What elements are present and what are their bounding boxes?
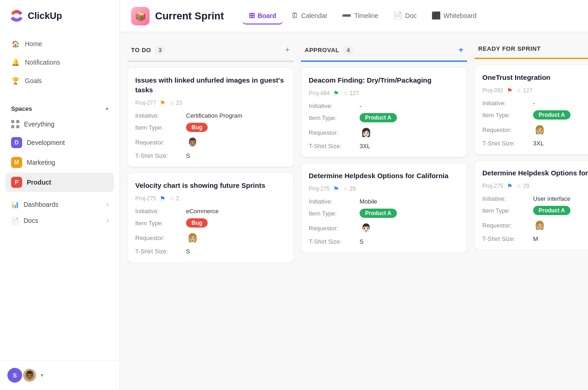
flag-icon: ⚑ — [333, 185, 339, 192]
avatar-user: 👨🏾 — [22, 368, 37, 383]
field-label: Requestor: — [309, 129, 360, 136]
tshirt-field: T-Shirt Size: 3XL — [482, 140, 588, 147]
star-icon: ☆ — [516, 87, 522, 94]
sidebar-item-notifications[interactable]: 🔔 Notifications — [6, 54, 114, 71]
field-label: Requestor: — [135, 234, 186, 241]
page-header: 📦 Current Sprint ⊞ Board 🗓 Calendar ➖ Ti… — [120, 0, 588, 32]
field-label: T-Shirt Size: — [135, 248, 186, 255]
tab-timeline[interactable]: ➖ Timeline — [336, 7, 384, 24]
column-count: 3 — [155, 46, 165, 54]
sidebar-item-goals[interactable]: 🏆 Goals — [6, 72, 114, 90]
requestor-avatar: 👩🏼 — [533, 123, 546, 136]
tab-label: Board — [258, 12, 276, 19]
timeline-tab-icon: ➖ — [342, 11, 351, 20]
field-label: T-Shirt Size: — [309, 238, 360, 245]
card-meta: Proj-277 ⚑ ☆ 23 — [135, 99, 286, 107]
card-todo-1[interactable]: Issues with linked unfurled images in gu… — [127, 67, 294, 167]
tab-label: Doc — [405, 12, 417, 19]
column-ready: READY FOR SPRINT OneTrust Integration Pr… — [474, 40, 588, 383]
ready-cards: OneTrust Integration Proj-392 ⚑ ☆ 127 In… — [474, 65, 588, 250]
requestor-avatar: 👩🏻 — [360, 126, 372, 139]
field-label: Initiative: — [309, 102, 360, 109]
flag-icon: ⚑ — [160, 195, 166, 202]
sidebar-item-product[interactable]: P Product — [6, 173, 114, 192]
calendar-tab-icon: 🗓 — [291, 12, 299, 20]
card-approval-2[interactable]: Determine Helpdesk Options for Californi… — [301, 163, 467, 253]
field-value: 3XL — [533, 140, 544, 147]
card-fields: Initiative: eCommerce Item Type: Bug Req… — [135, 208, 286, 255]
spaces-section: Spaces ▾ Everything D Development M Mark… — [0, 94, 120, 196]
header-tabs: ⊞ Board 🗓 Calendar ➖ Timeline 📄 Doc ⬛ Wh… — [242, 7, 483, 24]
field-label: T-Shirt Size: — [135, 152, 186, 159]
user-menu-chevron[interactable]: ▾ — [41, 372, 43, 378]
bell-icon: 🔔 — [11, 58, 19, 66]
tab-whiteboard[interactable]: ⬛ Whiteboard — [425, 7, 483, 24]
item-type-field: Item Type: Product A — [309, 113, 459, 122]
space-label: Development — [27, 139, 65, 146]
initiative-field: Initiative: Certification Program — [135, 112, 286, 119]
sidebar-item-label: Notifications — [25, 59, 60, 66]
sidebar-navigation: 🏠 Home 🔔 Notifications 🏆 Goals — [0, 31, 120, 94]
add-card-button[interactable]: + — [285, 45, 290, 55]
item-type-tag: Product A — [533, 110, 570, 120]
card-title: Determine Helpdesk Options for Californi… — [482, 168, 588, 178]
requestor-field: Requestor: 👨🏽 — [135, 136, 286, 149]
field-label: Item Type: — [309, 114, 360, 121]
initiative-field: Initiative: eCommerce — [135, 208, 286, 215]
sidebar-item-docs[interactable]: 📄 Docs › — [6, 213, 114, 228]
logo-text: ClickUp — [28, 11, 62, 21]
chevron-right-icon: › — [107, 201, 108, 208]
sidebar-item-development[interactable]: D Development — [6, 133, 114, 152]
sidebar-expand-items: 📊 Dashboards › 📄 Docs › — [0, 196, 120, 229]
main-content: 📦 Current Sprint ⊞ Board 🗓 Calendar ➖ Ti… — [120, 0, 588, 390]
add-card-button[interactable]: + — [458, 45, 463, 55]
sidebar-item-everything[interactable]: Everything — [6, 116, 114, 132]
field-label: T-Shirt Size: — [309, 143, 360, 150]
page-title: Current Sprint — [155, 10, 224, 22]
flag-icon: ⚑ — [507, 87, 513, 94]
card-meta: Proj-275 ⚑ ☆ 29 — [309, 185, 459, 192]
card-ready-2[interactable]: Determine Helpdesk Options for Californi… — [474, 160, 588, 250]
field-value: S — [360, 238, 364, 245]
card-meta: Proj-275 ⚑ ☆ 29 — [482, 182, 588, 190]
tab-doc[interactable]: 📄 Doc — [387, 7, 423, 24]
star-count: ☆ 127 — [343, 90, 359, 96]
card-meta: Proj-275 ⚑ ☆ 2 — [135, 195, 286, 202]
space-label: Product — [27, 179, 51, 186]
dashboards-left: 📊 Dashboards — [11, 201, 59, 208]
field-value: M — [533, 235, 538, 242]
tab-calendar[interactable]: 🗓 Calendar — [285, 8, 334, 24]
sidebar-item-dashboards[interactable]: 📊 Dashboards › — [6, 197, 114, 212]
field-label: Requestor: — [482, 222, 533, 229]
docs-label: Docs — [24, 217, 38, 224]
board-tab-icon: ⊞ — [249, 11, 255, 20]
dashboards-label: Dashboards — [24, 201, 59, 208]
card-ready-1[interactable]: OneTrust Integration Proj-392 ⚑ ☆ 127 In… — [474, 65, 588, 155]
star-icon: ☆ — [343, 186, 348, 192]
column-approval-header: APPROVAL 4 + — [301, 40, 467, 62]
board-view: TO DO 3 + Issues with linked unfurled im… — [120, 32, 588, 390]
card-todo-2[interactable]: Velocity chart is showing future Sprints… — [127, 173, 294, 263]
docs-left: 📄 Docs — [11, 217, 38, 224]
tab-label: Whiteboard — [444, 12, 477, 19]
field-label: Initiative: — [135, 112, 186, 119]
column-approval: APPROVAL 4 + Deacom Finding: Dry/Trim/Pa… — [301, 40, 467, 383]
card-title: Determine Helpdesk Options for Californi… — [309, 171, 459, 180]
star-count: ☆ 127 — [516, 87, 532, 94]
proj-id: Proj-392 — [482, 87, 503, 94]
card-title: Deacom Finding: Dry/Trim/Packaging — [309, 75, 459, 85]
tab-board[interactable]: ⊞ Board — [242, 7, 282, 24]
spaces-header[interactable]: Spaces ▾ — [6, 102, 114, 116]
tab-label: Timeline — [354, 12, 378, 19]
field-value: User interface — [533, 195, 570, 202]
requestor-field: Requestor: 👨🏻 — [309, 222, 459, 234]
initiative-field: Initiative: Mobile — [309, 198, 459, 205]
field-label: Item Type: — [135, 220, 186, 227]
card-approval-1[interactable]: Deacom Finding: Dry/Trim/Packaging Proj-… — [301, 67, 467, 157]
field-value: Certification Program — [186, 112, 242, 119]
field-value: - — [360, 102, 361, 109]
sidebar-item-marketing[interactable]: M Marketing — [6, 153, 114, 172]
requestor-avatar: 👩🏼 — [533, 219, 546, 232]
field-value: S — [186, 248, 190, 255]
sidebar-item-home[interactable]: 🏠 Home — [6, 35, 114, 53]
